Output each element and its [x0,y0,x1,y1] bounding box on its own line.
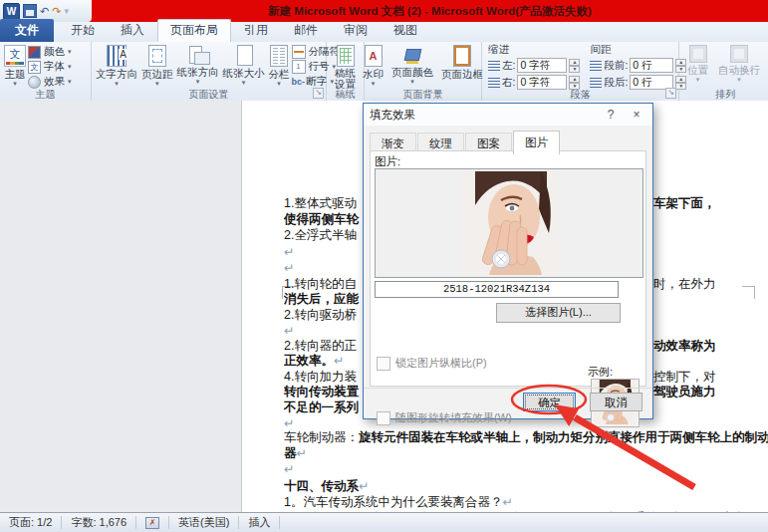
picture-preview [375,168,643,278]
space-before-icon [590,61,602,71]
paper-size-button[interactable]: 纸张大小 ▾ [221,43,267,87]
doc-line: 控制下，对 [653,370,765,385]
page-color-icon [404,45,420,65]
tab-mailings[interactable]: 邮件 [281,19,331,42]
ribbon-tab-bar: 文件 开始 插入 页面布局 引用 邮件 审阅 视图 [0,22,768,42]
word-window: 新建 Microsoft Word 文档 (2) - Microsoft Wor… [0,0,768,532]
tab-references[interactable]: 引用 [231,19,281,42]
indent-left-input[interactable]: 0 字符 [517,58,567,73]
group-label-arrange: 排列 [679,88,768,101]
doc-line: 车轮制动器：旋转元件固装在车轮或半轴上，制动力矩分别直接作用于两侧车轮上的制动 [284,430,768,445]
orientation-icon [188,45,208,65]
indent-right-icon [488,78,500,88]
space-after-icon [590,78,602,88]
ribbon-group-arrange: 位置 ▾ 自动换行 ▾ 上移一 ▾ 排列 [679,42,768,101]
text-direction-button[interactable]: 文字方向 ▾ [94,43,139,88]
tab-page-layout[interactable]: 页面布局 [157,19,231,42]
select-picture-button[interactable]: 选择图片(L)... [496,303,621,323]
doc-line: 消失后，应能 [284,292,363,307]
wrap-text-button: 自动换行 ▾ [716,43,762,84]
checkbox-icon [377,357,390,371]
doc-line: 1。汽车传动系统中为什么要装离合器？↵ [284,495,768,510]
status-page-number[interactable]: 页面: 1/2 [0,516,62,529]
tab-review[interactable]: 审阅 [331,19,381,42]
ribbon-group-page-setup: 文字方向 ▾ 页边距 ▾ 纸张方向 ▾ 纸张大小 ▾ [92,42,327,101]
page-setup-dialog-launcher[interactable]: ↘ [313,88,324,99]
line-numbers-icon: 1 [292,60,306,74]
doc-line: 使得两侧车轮 [284,212,363,227]
columns-button[interactable]: 分栏 ▾ [267,43,292,88]
rotate-fill-checkbox[interactable]: 随图形旋转填充效果(W) [377,410,512,425]
dialog-title-bar: 填充效果 ? × [364,104,652,126]
doc-line: 2.转向器的正 [284,339,363,354]
ribbon: 文 主题 ▾ 颜色 ▾ 文 字体 ▾ [0,42,768,102]
themes-button[interactable]: 文 主题 ▾ [2,43,28,88]
doc-line: ↵ [284,261,363,276]
doc-line: 2.全浮式半轴 [284,228,363,243]
group-label-page-background: 页面背景 [365,88,481,101]
page-borders-button[interactable]: 页面边框 [439,43,485,81]
manuscript-icon [337,45,355,67]
status-bar: 页面: 1/2 字数: 1,676 ✗ 英语(美国) 插入 [0,512,768,532]
dialog-help-button[interactable]: ? [601,108,621,122]
status-insert-mode[interactable]: 插入 [239,516,280,529]
doc-line: 动效率称为 [653,339,765,354]
ribbon-group-paragraph: 缩进 左: 0 字符 ▲▼ 右: 0 字符 ▲▼ 间距 [482,42,679,101]
status-language[interactable]: 英语(美国) [169,516,239,529]
indent-left-spinner[interactable]: ▲▼ [569,59,580,73]
cancel-button[interactable]: 取消 [590,393,642,411]
spacing-header: 间距 [590,43,686,56]
undo-button[interactable]: ↶ [40,4,49,19]
watermark-button[interactable]: A 水印 ▾ [361,43,385,88]
doc-line: 驾驶员施力 [653,385,765,399]
doc-line: 转向传动装置 [284,385,363,399]
indent-header: 缩进 [488,43,580,56]
status-word-count[interactable]: 字数: 1,676 [62,516,136,529]
tab-home[interactable]: 开始 [58,19,108,42]
paragraph-dialog-launcher[interactable]: ↘ [665,88,676,99]
redo-button[interactable]: ↷ [52,4,61,19]
wrap-text-icon [730,45,748,63]
preview-photo [461,171,557,275]
doc-line: 1.转向轮的自 [284,277,363,292]
theme-colors-button[interactable]: 颜色 ▾ [28,45,72,59]
page-borders-icon [453,45,471,67]
margins-icon [148,45,166,67]
checkbox-icon [377,411,390,425]
position-icon [689,45,707,63]
qat-customize-button[interactable]: ▾ [64,6,69,16]
margins-button[interactable]: 页边距 ▾ [139,43,175,88]
group-label-page-setup: 页面设置 ↘ [92,88,326,101]
ribbon-group-manuscript: 稿纸 设置 稿纸 [327,42,365,101]
status-spellcheck[interactable]: ✗ [136,516,169,529]
manuscript-setup-button[interactable]: 稿纸 设置 [333,43,358,91]
dialog-close-icon[interactable]: × [627,108,646,122]
save-icon[interactable] [23,4,37,18]
sample-label: 示例: [588,365,613,380]
breaks-icon [292,45,306,59]
page-color-button[interactable]: 页面颜色 ▾ [389,43,435,86]
space-before-input[interactable]: 0 行 [630,58,673,73]
watermark-icon: A [365,45,383,67]
ok-button[interactable]: 确定 [523,393,576,411]
ribbon-group-themes: 文 主题 ▾ 颜色 ▾ 文 字体 ▾ [0,42,92,101]
tab-insert[interactable]: 插入 [108,19,157,42]
doc-line: ↵ [284,462,768,477]
orientation-button[interactable]: 纸张方向 ▾ [175,43,221,86]
tab-file[interactable]: 文件 [0,19,54,42]
hyphenation-icon: bc- [292,76,304,88]
spellcheck-icon: ✗ [145,517,159,529]
group-label-manuscript: 稿纸 [327,88,364,101]
doc-line: 器↵ [284,446,768,461]
dialog-title: 填充效果 [370,108,595,123]
lock-aspect-checkbox[interactable]: 锁定图片纵横比(P) [377,356,487,371]
theme-colors-icon [28,46,41,59]
doc-line: ↵ [284,245,363,260]
fill-effects-dialog: 填充效果 ? × 渐变 纹理 图案 图片 图片: 2518-12021R34Z1… [363,103,653,419]
picture-filename: 2518-12021R34Z134 [375,281,619,298]
dialog-tab-picture[interactable]: 图片 [513,131,560,154]
group-label-paragraph: 段落 ↘ [482,88,678,101]
theme-fonts-button[interactable]: 文 字体 ▾ [28,60,72,74]
tab-view[interactable]: 视图 [381,19,430,42]
doc-line: 正效率。↵ [284,354,363,369]
